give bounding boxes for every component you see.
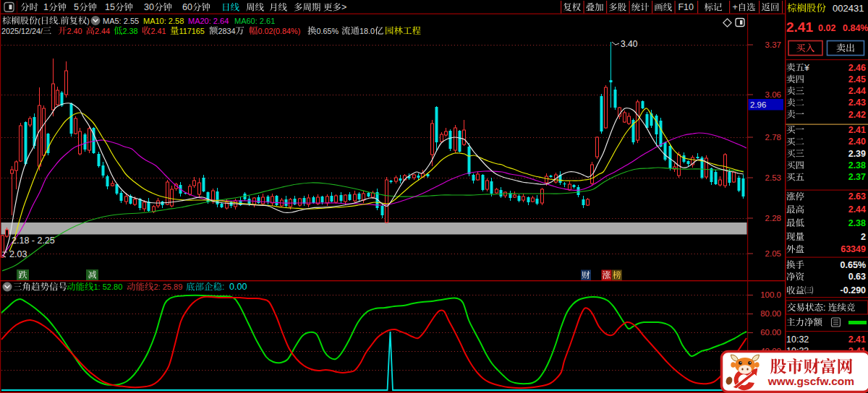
svg-text:18.0: 18.0 xyxy=(359,27,375,35)
svg-text:2: 2 xyxy=(861,232,866,242)
svg-text:>: > xyxy=(341,2,346,12)
svg-text:3.06: 3.06 xyxy=(765,90,781,99)
svg-text:): ) xyxy=(87,17,90,25)
svg-text:2.96: 2.96 xyxy=(750,100,766,109)
svg-text:80.00: 80.00 xyxy=(760,309,781,318)
svg-text:.: . xyxy=(58,17,60,25)
svg-text:15: 15 xyxy=(105,2,115,12)
svg-text:2.40: 2.40 xyxy=(848,137,866,147)
svg-text:100.0: 100.0 xyxy=(760,290,781,299)
svg-text:2.46: 2.46 xyxy=(848,63,866,73)
svg-text:3.40: 3.40 xyxy=(621,39,638,49)
svg-text:2.41: 2.41 xyxy=(848,334,866,345)
svg-text:2.18 - 2.25: 2.18 - 2.25 xyxy=(12,236,55,246)
svg-text:3.37: 3.37 xyxy=(765,40,781,49)
svg-text:-0.290: -0.290 xyxy=(841,285,866,295)
svg-text:30: 30 xyxy=(144,2,154,12)
svg-text:0.02: 0.02 xyxy=(818,23,835,33)
svg-text:63349: 63349 xyxy=(841,244,866,254)
svg-text:2.53: 2.53 xyxy=(765,173,781,182)
svg-text:2.41: 2.41 xyxy=(786,20,813,35)
svg-text:MA60: 2.61: MA60: 2.61 xyxy=(234,17,275,25)
svg-text:2025/12/24/: 2025/12/24/ xyxy=(1,27,43,35)
svg-text:¥: ¥ xyxy=(804,63,809,73)
svg-text:0.63: 0.63 xyxy=(848,272,866,282)
svg-text:2: 25.89: 2: 25.89 xyxy=(154,282,183,291)
svg-text:2.78: 2.78 xyxy=(765,133,781,142)
svg-text:2.41: 2.41 xyxy=(848,125,866,135)
svg-text:2.38: 2.38 xyxy=(123,27,138,35)
svg-text:0.02(0.84%): 0.02(0.84%) xyxy=(258,27,301,35)
svg-text:60.00: 60.00 xyxy=(760,328,781,337)
svg-text::: : xyxy=(823,303,825,313)
svg-text:0.84%: 0.84% xyxy=(843,23,868,33)
svg-text:0.00: 0.00 xyxy=(229,282,247,292)
svg-text:1: 1 xyxy=(43,2,48,12)
svg-text:2.42: 2.42 xyxy=(848,110,866,120)
svg-text:MA20: 2.64: MA20: 2.64 xyxy=(188,17,229,25)
svg-text:2.38: 2.38 xyxy=(848,160,866,170)
svg-text:10:32: 10:32 xyxy=(786,334,809,345)
svg-text:2.45: 2.45 xyxy=(848,74,866,85)
svg-text:2.43: 2.43 xyxy=(848,98,866,108)
svg-text:2.44: 2.44 xyxy=(848,204,866,215)
svg-text:2.28: 2.28 xyxy=(765,214,781,223)
svg-text:5: 5 xyxy=(74,2,79,12)
svg-text:+: + xyxy=(732,2,737,12)
svg-text:MA10: 2.58: MA10: 2.58 xyxy=(143,17,184,25)
svg-text:2.41: 2.41 xyxy=(151,27,166,35)
svg-text:2.37: 2.37 xyxy=(848,172,866,182)
svg-text:2.03: 2.03 xyxy=(9,249,27,259)
svg-text:F10: F10 xyxy=(678,2,694,12)
svg-text:60: 60 xyxy=(182,2,192,12)
svg-text:2.05: 2.05 xyxy=(765,249,781,258)
svg-text:0.65%: 0.65% xyxy=(317,27,339,35)
svg-text:2.44: 2.44 xyxy=(95,27,110,35)
svg-text:2.63: 2.63 xyxy=(848,191,866,202)
svg-text:www.gscfw.com: www.gscfw.com xyxy=(767,375,854,387)
svg-text::: : xyxy=(222,282,224,292)
svg-text:002431: 002431 xyxy=(833,3,864,14)
svg-text:2.39: 2.39 xyxy=(848,149,866,159)
svg-text:MA5: 2.55: MA5: 2.55 xyxy=(103,17,139,25)
svg-text:2.44: 2.44 xyxy=(848,86,866,96)
svg-text:2.40: 2.40 xyxy=(67,27,82,35)
svg-text:(: ( xyxy=(38,17,41,25)
svg-text:1: 52.80: 1: 52.80 xyxy=(94,282,123,291)
svg-text:2834: 2834 xyxy=(218,27,236,35)
svg-text:2.38: 2.38 xyxy=(848,218,866,228)
svg-text:117165: 117165 xyxy=(179,27,205,35)
svg-text:0.65%: 0.65% xyxy=(841,260,866,270)
